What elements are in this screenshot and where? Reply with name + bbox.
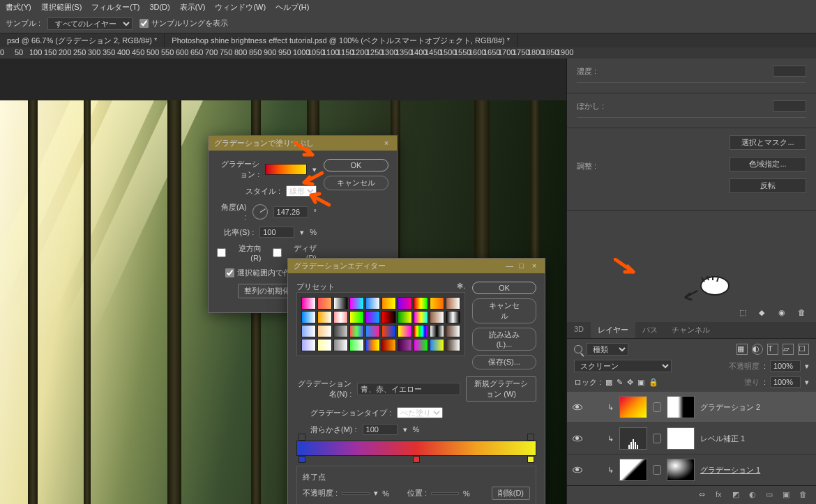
scale-input[interactable] (259, 227, 294, 238)
gradient-preset[interactable] (446, 311, 460, 323)
fill-input[interactable] (770, 376, 801, 388)
gradient-preset[interactable] (381, 297, 396, 310)
sampling-ring-checkbox[interactable]: サンプルリングを表示 (139, 18, 228, 29)
layer-row[interactable]: ↳グラデーション 2 (567, 392, 816, 423)
density-value[interactable] (773, 66, 806, 77)
gradient-preset[interactable] (317, 325, 332, 337)
mask-icon[interactable]: ◩ (732, 490, 742, 500)
lock-move-icon[interactable]: ✥ (627, 378, 633, 387)
delete-button[interactable]: 削除(D) (492, 487, 530, 500)
gradient-preset[interactable] (381, 339, 396, 351)
trash-icon[interactable]: 🗑 (799, 490, 809, 500)
gradient-preset[interactable] (381, 311, 396, 323)
lock-pixels-icon[interactable]: ▩ (605, 378, 612, 387)
layer-thumbnail[interactable] (619, 459, 647, 481)
document-tab[interactable]: Photoshop shine brightness effect tutori… (165, 34, 517, 47)
gradient-preset[interactable] (333, 311, 348, 323)
ok-button[interactable]: OK (324, 159, 388, 171)
menu-item[interactable]: ウィンドウ(W) (215, 2, 266, 13)
gradient-preset[interactable] (398, 297, 412, 310)
gradient-preset[interactable] (301, 311, 316, 323)
gradient-preset[interactable] (349, 297, 364, 310)
panel-tab[interactable]: パス (635, 322, 665, 338)
trash-icon[interactable]: 🗑 (798, 308, 808, 318)
link-icon[interactable] (653, 434, 661, 443)
gradient-preset[interactable] (365, 297, 380, 310)
gradient-preset[interactable] (301, 297, 316, 310)
layer-name[interactable]: レベル補正 1 (700, 434, 810, 444)
blend-mode-dropdown[interactable]: スクリーン (574, 360, 672, 372)
gradient-preset[interactable] (349, 325, 364, 337)
menu-item[interactable]: 書式(Y) (6, 2, 31, 13)
menu-item[interactable]: 3D(D) (149, 3, 169, 11)
gradient-preset[interactable] (333, 297, 348, 310)
gradient-preset[interactable] (398, 339, 412, 351)
maximize-icon[interactable]: □ (519, 261, 524, 271)
gradient-preset[interactable] (430, 297, 444, 310)
layer-mask[interactable] (667, 396, 695, 418)
gradient-preset[interactable] (398, 311, 412, 323)
gradient-preset[interactable] (414, 325, 428, 337)
ok-button[interactable]: OK (472, 282, 536, 294)
gradient-preset[interactable] (430, 325, 444, 337)
opacity-input[interactable] (770, 360, 801, 372)
close-icon[interactable]: × (381, 139, 391, 148)
filter-adjust-icon[interactable]: ◐ (752, 344, 763, 355)
close-icon[interactable]: × (529, 261, 539, 271)
menu-item[interactable]: 選択範囲(S) (41, 2, 82, 13)
menu-item[interactable]: 表示(V) (180, 2, 206, 13)
load-button[interactable]: 読み込み(L)... (472, 328, 536, 351)
layer-name[interactable]: グラデーション 2 (700, 402, 810, 413)
menu-item[interactable]: ヘルプ(H) (275, 2, 309, 13)
gear-icon[interactable]: ✻. (457, 282, 465, 292)
sample-dropdown[interactable]: すべてのレイヤー (47, 17, 133, 30)
visibility-toggle[interactable] (573, 434, 582, 443)
gradient-preset[interactable] (446, 325, 460, 337)
gradient-preset[interactable] (430, 311, 444, 323)
adjustment-icon[interactable]: ◐ (749, 490, 759, 500)
layer-mask[interactable] (667, 427, 695, 450)
gradient-type-dropdown[interactable]: べた塗り (397, 407, 443, 418)
gradient-preset[interactable] (446, 297, 460, 310)
gradient-preset[interactable] (349, 339, 364, 351)
filter-pixel-icon[interactable]: ▦ (736, 344, 748, 355)
gradient-preset[interactable] (430, 339, 444, 351)
panel-tab[interactable]: チャンネル (665, 322, 717, 338)
gradient-preset[interactable] (414, 311, 428, 323)
gradient-preset[interactable] (365, 325, 380, 337)
filter-type-icon[interactable]: T (767, 344, 778, 355)
minimize-icon[interactable]: — (506, 261, 513, 271)
angle-dial[interactable] (252, 204, 268, 220)
new-gradient-button[interactable]: 新規グラデーション (W) (466, 376, 536, 402)
menu-item[interactable]: フィルター(T) (91, 2, 139, 13)
cancel-button[interactable]: キャンセル (472, 298, 536, 323)
gradient-preset[interactable] (317, 339, 332, 351)
link-icon[interactable]: ⇔ (699, 490, 709, 500)
document-tab[interactable]: psd @ 66.7% (グラデーション 2, RGB/8#) * (0, 34, 165, 47)
gradient-preset[interactable] (446, 339, 460, 351)
gradient-preset[interactable] (365, 339, 380, 351)
gradient-preset[interactable] (381, 325, 396, 337)
gradient-preset[interactable] (333, 339, 348, 351)
angle-input[interactable] (273, 206, 308, 217)
layer-mask[interactable] (667, 459, 695, 481)
layer-name[interactable]: グラデーション 1 (700, 465, 810, 475)
smoothness-input[interactable] (363, 424, 398, 435)
gradient-name-input[interactable] (357, 383, 460, 395)
layer-thumbnail[interactable] (619, 396, 647, 418)
new-layer-icon[interactable]: ▣ (783, 490, 792, 500)
gradient-preset[interactable] (398, 325, 412, 337)
lock-all-icon[interactable]: 🔒 (649, 378, 658, 387)
color-range-button[interactable]: 色域指定... (730, 157, 806, 171)
select-mask-button[interactable]: 選択とマスク... (730, 135, 806, 150)
panel-tab[interactable]: レイヤー (591, 322, 635, 338)
fx-icon[interactable]: fx (716, 490, 725, 500)
gradient-preset[interactable] (317, 297, 332, 310)
filter-type-dropdown[interactable]: 種類 (587, 343, 628, 356)
gradient-preset[interactable] (349, 311, 364, 323)
link-icon[interactable] (653, 465, 661, 475)
lock-brush-icon[interactable]: ✎ (617, 378, 623, 387)
gradient-bar[interactable] (296, 441, 536, 456)
canvas-area[interactable]: グラデーションで塗りつぶし × グラデーション :▾ スタイル :線形 角度(A… (0, 59, 566, 504)
gradient-preset[interactable] (333, 325, 348, 337)
